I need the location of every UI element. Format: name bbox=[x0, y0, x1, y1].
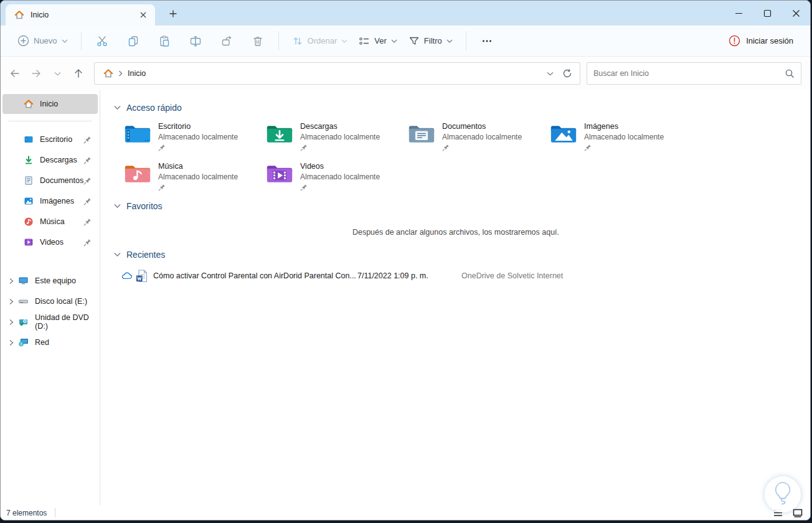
sign-in-button[interactable]: Iniciar sesión bbox=[723, 31, 799, 50]
home-icon bbox=[14, 10, 24, 20]
rename-button[interactable] bbox=[182, 30, 209, 52]
title-bar[interactable]: Inicio bbox=[1, 1, 810, 26]
view-button[interactable]: Ver bbox=[353, 32, 403, 50]
chevron-down-icon bbox=[446, 39, 453, 43]
sidebar-item-videos[interactable]: Videos bbox=[2, 232, 98, 252]
tab-close-button[interactable] bbox=[135, 7, 151, 22]
up-button[interactable] bbox=[68, 64, 88, 83]
search-icon bbox=[785, 68, 795, 78]
sidebar-item-disco-local-e[interactable]: Disco local (E:) bbox=[2, 291, 98, 311]
thumbnail-view-icon bbox=[793, 509, 803, 517]
copy-button[interactable] bbox=[120, 30, 146, 52]
sort-button[interactable]: Ordenar bbox=[286, 32, 354, 50]
chevron-down-icon bbox=[547, 72, 554, 76]
back-button[interactable] bbox=[5, 64, 25, 83]
search-box[interactable] bbox=[587, 62, 801, 85]
quick-access-grid: Escritorio Almacenado localmente De bbox=[122, 120, 799, 195]
quick-access-item-musica[interactable]: Música Almacenado localmente bbox=[122, 160, 264, 195]
plus-icon bbox=[169, 9, 177, 18]
close-button[interactable] bbox=[781, 1, 810, 26]
maximize-icon bbox=[763, 9, 772, 17]
sidebar-item-inicio[interactable]: Inicio bbox=[2, 94, 98, 114]
chevron-down-icon bbox=[114, 204, 121, 209]
pin-icon bbox=[442, 144, 450, 151]
videos-folder-icon bbox=[266, 162, 293, 186]
cut-button[interactable] bbox=[89, 30, 115, 52]
explorer-tab[interactable]: Inicio bbox=[6, 4, 155, 26]
delete-button[interactable] bbox=[245, 30, 271, 52]
pin-icon bbox=[83, 218, 92, 226]
tile-status: Almacenado localmente bbox=[442, 133, 522, 141]
lightbulb-icon bbox=[772, 481, 794, 508]
pin-icon bbox=[584, 144, 592, 151]
breadcrumb-segment[interactable]: Inicio bbox=[128, 69, 146, 78]
circle-plus-icon bbox=[17, 35, 29, 47]
chevron-down-icon bbox=[114, 252, 121, 257]
search-input[interactable] bbox=[593, 69, 785, 78]
arrow-left-icon bbox=[9, 68, 21, 79]
minimize-button[interactable] bbox=[724, 1, 753, 26]
more-options-button[interactable] bbox=[474, 30, 500, 52]
statusbar-divider bbox=[55, 508, 55, 517]
pin-icon bbox=[300, 144, 308, 151]
documents-icon bbox=[24, 176, 34, 186]
sidebar-item-musica[interactable]: Música bbox=[2, 212, 98, 232]
ellipsis-icon bbox=[481, 35, 493, 47]
tab-title: Inicio bbox=[31, 11, 135, 19]
minimize-icon bbox=[735, 9, 743, 17]
quick-access-item-descargas[interactable]: Descargas Almacenado localmente bbox=[264, 120, 406, 155]
tile-status: Almacenado localmente bbox=[158, 133, 238, 141]
share-button[interactable] bbox=[214, 30, 240, 52]
quick-access-item-imagenes[interactable]: Imágenes Almacenado localmente bbox=[548, 120, 690, 155]
sidebar-item-escritorio[interactable]: Escritorio bbox=[2, 130, 98, 149]
pin-icon bbox=[83, 197, 92, 205]
sidebar-item-red[interactable]: Red bbox=[2, 332, 98, 352]
filter-button[interactable]: Filtro bbox=[403, 32, 458, 50]
forward-button[interactable] bbox=[26, 64, 46, 83]
paste-button[interactable] bbox=[151, 30, 177, 52]
arrow-right-icon bbox=[31, 68, 42, 79]
recent-file-row[interactable]: Cómo activar Control Parental con AirDor… bbox=[121, 267, 799, 285]
arrow-up-icon bbox=[73, 68, 84, 79]
pin-icon bbox=[83, 156, 92, 164]
quick-access-item-documentos[interactable]: Documentos Almacenado localmente bbox=[406, 120, 548, 155]
recent-file-date: 7/11/2022 1:09 p. m. bbox=[357, 271, 461, 280]
chevron-right-icon bbox=[9, 319, 14, 326]
sidebar-item-descargas[interactable]: Descargas bbox=[2, 150, 98, 170]
tile-status: Almacenado localmente bbox=[300, 133, 380, 141]
pin-icon bbox=[158, 144, 166, 151]
address-dropdown-button[interactable] bbox=[541, 65, 559, 82]
chevron-down-icon bbox=[391, 39, 397, 43]
pictures-folder-icon bbox=[550, 122, 577, 146]
maximize-button[interactable] bbox=[753, 1, 781, 26]
new-button[interactable]: Nuevo bbox=[12, 31, 73, 50]
tile-name: Documentos bbox=[442, 122, 522, 131]
new-tab-button[interactable] bbox=[164, 4, 182, 23]
pin-icon bbox=[83, 136, 92, 144]
breadcrumb[interactable]: Inicio bbox=[101, 67, 148, 80]
section-header-quick-access[interactable]: Acceso rápido bbox=[114, 103, 182, 113]
tile-status: Almacenado localmente bbox=[584, 133, 664, 141]
sidebar-item-unidad-dvd-d[interactable]: Unidad de DVD (D:) bbox=[2, 312, 98, 332]
refresh-button[interactable] bbox=[559, 65, 576, 82]
desktop-icon bbox=[24, 134, 34, 144]
pin-icon bbox=[83, 238, 92, 247]
pin-icon bbox=[158, 184, 166, 191]
recent-locations-button[interactable] bbox=[47, 64, 67, 83]
videos-icon bbox=[24, 237, 34, 247]
favorites-empty-message: Después de anclar algunos archivos, los … bbox=[113, 228, 799, 237]
network-icon bbox=[18, 337, 29, 347]
word-document-icon bbox=[136, 270, 148, 283]
quick-access-item-escritorio[interactable]: Escritorio Almacenado localmente bbox=[122, 120, 264, 155]
chevron-down-icon bbox=[341, 39, 347, 43]
address-bar[interactable]: Inicio bbox=[94, 62, 580, 85]
sidebar-divider bbox=[8, 121, 92, 121]
section-header-recientes[interactable]: Recientes bbox=[114, 250, 165, 260]
quick-access-item-videos[interactable]: Videos Almacenado localmente bbox=[264, 160, 406, 195]
sidebar-item-imagenes[interactable]: Imágenes bbox=[2, 191, 98, 211]
sidebar-item-documentos[interactable]: Documentos bbox=[2, 171, 98, 191]
sidebar-item-este-equipo[interactable]: Este equipo bbox=[2, 271, 98, 291]
home-icon bbox=[24, 99, 34, 109]
section-header-favoritos[interactable]: Favoritos bbox=[114, 201, 163, 211]
rename-icon bbox=[189, 35, 202, 47]
